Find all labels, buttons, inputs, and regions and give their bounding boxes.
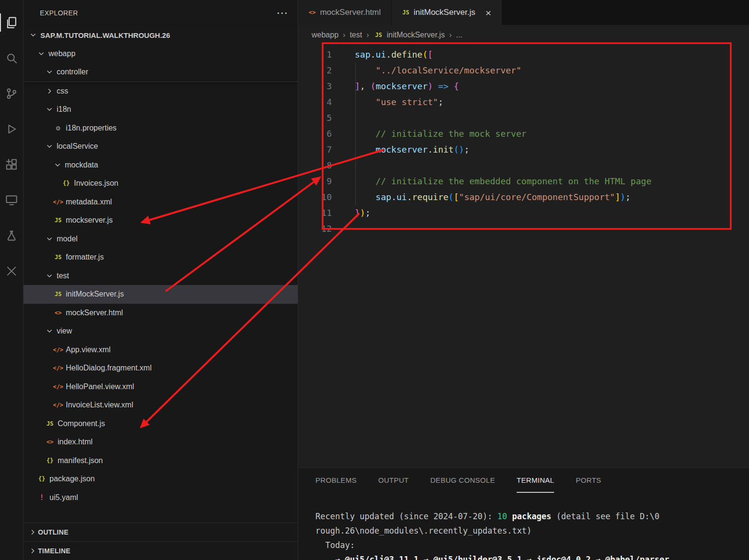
chevron-down-icon: [45, 235, 54, 243]
activity-explorer-button[interactable]: [0, 5, 23, 40]
extensions-icon: [4, 157, 19, 172]
breadcrumb-label: test: [350, 31, 362, 39]
chevron-down-icon: [36, 50, 46, 58]
code-text: [332, 157, 355, 173]
terminal-output[interactable]: Recently updated (since 2024-07-20): 10 …: [298, 493, 749, 560]
tree-item-label: SAP.M.TUTORIAL.WALKTHROUGH.26: [40, 31, 170, 39]
breadcrumb-item[interactable]: JSinitMockServer.js: [374, 31, 445, 39]
tab-initmockserver-js[interactable]: JSinitMockServer.js×: [392, 0, 502, 25]
code-editor[interactable]: 1sap.ui.define([2 "../localService/mocks…: [298, 45, 749, 467]
close-icon[interactable]: ×: [485, 8, 491, 18]
json-file-icon: {}: [61, 180, 72, 187]
chevron-down-icon: [45, 143, 54, 150]
tree-item-package-json[interactable]: {}package.json: [24, 470, 298, 489]
activity-testing-button[interactable]: [0, 218, 23, 253]
tree-item-label: InvoiceList.view.xml: [66, 401, 133, 409]
more-actions-icon[interactable]: ⋯: [277, 7, 288, 19]
code-text: // initialize the mock server: [332, 126, 527, 142]
panel-tab-ports[interactable]: PORTS: [576, 468, 601, 493]
breadcrumb-item[interactable]: webapp: [312, 31, 338, 39]
code-line[interactable]: 3], (mockserver) => {: [298, 78, 749, 94]
json-file-icon: {}: [45, 457, 55, 464]
chevron-down-icon: [45, 327, 54, 335]
tree-item-mockdata[interactable]: mockdata: [24, 156, 298, 175]
code-line[interactable]: 8: [298, 157, 749, 173]
bottom-panel: PROBLEMSOUTPUTDEBUG CONSOLETERMINALPORTS…: [298, 467, 749, 560]
tree-item-initmockserver-js[interactable]: JSinitMockServer.js: [24, 285, 298, 304]
js-file-icon: JS: [53, 291, 63, 298]
tree-item-label: i18n.properties: [66, 124, 117, 132]
tree-item-invoicelist-view-xml[interactable]: </>InvoiceList.view.xml: [24, 396, 298, 415]
tree-item-view[interactable]: view: [24, 322, 298, 341]
tree-item-i18n[interactable]: i18n: [24, 100, 298, 119]
chevron-down-icon: [28, 31, 38, 39]
code-line[interactable]: 5: [298, 110, 749, 126]
activity-tools-button[interactable]: [0, 253, 23, 289]
line-number: 9: [298, 173, 332, 189]
activity-remote-explorer-button[interactable]: [0, 182, 23, 218]
chevron-down-icon: [53, 161, 62, 169]
activity-run-and-debug-button[interactable]: [0, 111, 23, 147]
panel-tab-terminal[interactable]: TERMINAL: [517, 468, 554, 493]
js-file-icon: JS: [402, 9, 409, 16]
tree-item-label: initMockServer.js: [66, 290, 124, 298]
chevron-right-icon: [45, 87, 54, 95]
tree-item-index-html[interactable]: <>index.html: [24, 433, 298, 452]
tree-item-webapp[interactable]: webapp: [24, 45, 298, 63]
tree-item-sap-m-tutorial-walkthrough-26[interactable]: SAP.M.TUTORIAL.WALKTHROUGH.26: [24, 26, 298, 45]
tree-item-app-view-xml[interactable]: </>App.view.xml: [24, 341, 298, 359]
tree-item-mockserver-html[interactable]: <>mockServer.html: [24, 304, 298, 322]
activity-bar: [0, 0, 24, 560]
code-line[interactable]: 12: [298, 221, 749, 237]
code-line[interactable]: 11});: [298, 205, 749, 221]
html-file-icon: <>: [45, 439, 55, 445]
tree-item-i18n-properties[interactable]: ⚙i18n.properties: [24, 119, 298, 138]
breadcrumb-item[interactable]: ...: [456, 31, 462, 39]
panel-tab-problems[interactable]: PROBLEMS: [315, 468, 357, 493]
breadcrumb-label: ...: [456, 31, 462, 39]
activity-search-button[interactable]: [0, 40, 23, 76]
section-label: OUTLINE: [38, 528, 69, 536]
tree-item-manifest-json[interactable]: {}manifest.json: [24, 452, 298, 470]
tree-item-localservice[interactable]: localService: [24, 137, 298, 156]
tab-mockserver-html[interactable]: <>mockServer.html: [298, 0, 392, 25]
code-line[interactable]: 6 // initialize the mock server: [298, 126, 749, 142]
code-line[interactable]: 7 mockserver.init();: [298, 142, 749, 157]
activity-extensions-button[interactable]: [0, 147, 23, 182]
panel-tab-debug-console[interactable]: DEBUG CONSOLE: [430, 468, 495, 493]
tree-item-css[interactable]: css: [24, 82, 298, 101]
tree-item-hellodialog-fragment-xml[interactable]: </>HelloDialog.fragment.xml: [24, 359, 298, 378]
code-line[interactable]: 2 "../localService/mockserver": [298, 62, 749, 78]
tree-item-formatter-js[interactable]: JSformatter.js: [24, 248, 298, 267]
json-file-icon: {}: [36, 476, 47, 482]
tree-item-label: model: [57, 235, 78, 243]
indent-guide: [355, 62, 356, 205]
tree-item-label: metadata.xml: [66, 198, 112, 206]
code-line[interactable]: 9 // initialize the embedded component o…: [298, 173, 749, 189]
tree-item-label: package.json: [49, 475, 95, 483]
tree-item-hellopanel-view-xml[interactable]: </>HelloPanel.view.xml: [24, 378, 298, 396]
tree-item-component-js[interactable]: JSComponent.js: [24, 415, 298, 433]
breadcrumb-item[interactable]: test: [350, 31, 362, 39]
section-timeline[interactable]: TIMELINE: [24, 541, 298, 560]
tree-item-mockserver-js[interactable]: JSmockserver.js: [24, 211, 298, 230]
section-outline[interactable]: OUTLINE: [24, 523, 298, 541]
tree-item-label: mockserver.js: [66, 216, 113, 225]
code-text: "use strict";: [332, 94, 443, 110]
activity-source-control-button[interactable]: [0, 76, 23, 111]
tree-item-test[interactable]: test: [24, 267, 298, 286]
breadcrumb-label: webapp: [312, 31, 338, 39]
beaker-icon: [4, 228, 19, 243]
tree-item-invoices-json[interactable]: {}Invoices.json: [24, 174, 298, 193]
code-text: [332, 110, 355, 126]
tree-item-model[interactable]: model: [24, 230, 298, 249]
line-number: 12: [298, 221, 332, 237]
chevron-down-icon: [45, 272, 54, 280]
code-line[interactable]: 10 sap.ui.require(["sap/ui/core/Componen…: [298, 189, 749, 205]
panel-tab-output[interactable]: OUTPUT: [378, 468, 409, 493]
code-line[interactable]: 1sap.ui.define([: [298, 47, 749, 62]
tree-item-ui5-yaml[interactable]: !ui5.yaml: [24, 489, 298, 507]
code-line[interactable]: 4 "use strict";: [298, 94, 749, 110]
tree-item-controller[interactable]: controller: [24, 63, 298, 82]
tree-item-metadata-xml[interactable]: </>metadata.xml: [24, 193, 298, 212]
